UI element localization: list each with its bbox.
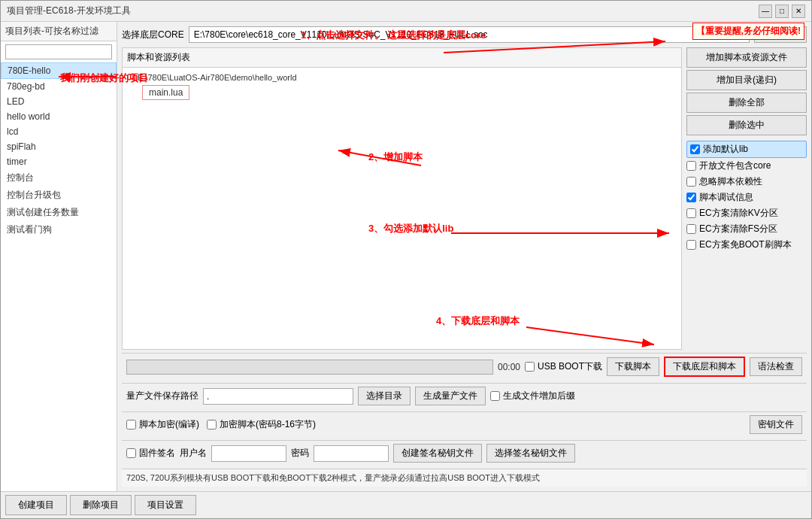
include-file-core-checkbox[interactable] — [686, 161, 696, 171]
project-item-测试看门狗[interactable]: 测试看门狗 — [1, 221, 117, 238]
script-left: 脚本和资源列表 ☐ E:\780E\LuatOS-Air780E\demo\he… — [122, 47, 682, 350]
username-input[interactable] — [211, 445, 286, 462]
mass-path-input[interactable] — [203, 388, 353, 405]
window-title: 项目管理-EC618-开发环境工具 — [7, 5, 131, 17]
mass-path-label: 量产文件保存路径 — [126, 390, 198, 402]
add-dir-button[interactable]: 增加目录(递归) — [686, 70, 807, 90]
footer-note: 720S, 720U系列模块有USB BOOT下载和免BOOT下载2种模式，量产… — [122, 469, 807, 487]
encrypt-compile-checkbox[interactable] — [126, 420, 136, 429]
clear-fs-label: EC方案清除FS分区 — [699, 223, 777, 235]
username-label: 用户名 — [180, 447, 207, 460]
project-item-LED[interactable]: LED — [1, 94, 117, 109]
sign-row: 固件签名 用户名 密码 创建签名秘钥文件 选择签名秘钥文件 — [122, 440, 807, 466]
project-settings-button[interactable]: 项目设置 — [135, 495, 196, 515]
project-item-hello world[interactable]: hello world — [1, 109, 117, 124]
password-input[interactable] — [314, 445, 389, 462]
select-dir-button[interactable]: 选择目录 — [358, 387, 411, 405]
project-list-header: 项目列表-可按名称过滤 — [1, 22, 117, 41]
usb-boot-row: USB BOOT下载 — [525, 359, 602, 375]
select-core-file-button[interactable]: 选择文件 — [754, 26, 807, 43]
script-list-label: 脚本和资源列表 — [123, 48, 681, 68]
tree-folder-path: E:\780E\LuatOS-Air780E\demo\hello_world — [138, 73, 297, 82]
add-suffix-row: 生成文件增加后缀 — [490, 388, 575, 404]
project-item-测试创建任务数量[interactable]: 测试创建任务数量 — [1, 204, 117, 221]
close-button[interactable]: ✕ — [792, 5, 805, 18]
add-script-button[interactable]: 增加脚本或资源文件 — [686, 47, 807, 68]
clear-kv-label: EC方案清除KV分区 — [699, 207, 778, 220]
encrypt-password-label: 加密脚本(密码8-16字节) — [220, 418, 316, 431]
title-bar: 项目管理-EC618-开发环境工具 — □ ✕ — [1, 1, 811, 22]
project-item-控制台升级包[interactable]: 控制台升级包 — [1, 187, 117, 204]
script-right: 增加脚本或资源文件 增加目录(递归) 删除全部 删除选中 添加默认lib 开放文… — [686, 47, 807, 350]
delete-selected-button[interactable]: 删除选中 — [686, 115, 807, 135]
progress-bar — [126, 360, 493, 375]
create-project-button[interactable]: 创建项目 — [5, 495, 67, 515]
tree-folder: ☐ E:\780E\LuatOS-Air780E\demo\hello_worl… — [127, 72, 677, 82]
project-item-780eg-bd[interactable]: 780eg-bd — [1, 79, 117, 94]
core-path-input[interactable] — [189, 26, 750, 43]
maximize-button[interactable]: □ — [775, 5, 789, 18]
ignore-dependency-label: 忽略脚本依赖性 — [699, 175, 762, 188]
search-input[interactable] — [5, 44, 112, 59]
generate-mass-button[interactable]: 生成量产文件 — [415, 387, 486, 405]
script-tree: ☐ E:\780E\LuatOS-Air780E\demo\hello_worl… — [123, 68, 681, 349]
free-boot-flash-checkbox[interactable] — [686, 240, 696, 250]
encrypt-compile-row: 脚本加密(编译) — [126, 417, 199, 432]
usb-boot-checkbox[interactable] — [525, 362, 535, 372]
right-panel: 选择底层CORE 选择文件 脚本和资源列表 ☐ E:\780E\LuatOS-A… — [117, 22, 811, 491]
password-label: 密码 — [291, 447, 309, 460]
ignore-dependency-row: 忽略脚本依赖性 — [686, 174, 807, 190]
tree-children: main.lua — [142, 85, 677, 100]
project-item-spiFlah[interactable]: spiFlah — [1, 139, 117, 154]
bottom-buttons-row: 创建项目 删除项目 项目设置 — [1, 491, 811, 518]
download-script-button[interactable]: 下载脚本 — [607, 357, 659, 376]
add-suffix-checkbox[interactable] — [490, 391, 500, 401]
key-file-button[interactable]: 密钥文件 — [750, 415, 802, 434]
debug-info-row: 脚本调试信息 — [686, 190, 807, 205]
project-item-lcd[interactable]: lcd — [1, 124, 117, 139]
project-item-控制台[interactable]: 控制台 — [1, 169, 117, 187]
title-bar-controls: — □ ✕ — [759, 5, 805, 18]
add-default-lib-checkbox[interactable] — [690, 144, 700, 154]
add-suffix-label: 生成文件增加后缀 — [503, 390, 575, 402]
project-list: 780E-hello780eg-bdLEDhello worldlcdspiFl… — [1, 62, 117, 491]
select-key-button[interactable]: 选择签名秘钥文件 — [486, 444, 575, 463]
delete-all-button[interactable]: 删除全部 — [686, 93, 807, 113]
firmware-sign-row: 固件签名 — [126, 445, 175, 461]
clear-kv-checkbox[interactable] — [686, 208, 696, 218]
include-file-core-row: 开放文件包含core — [686, 158, 807, 174]
encrypt-password-checkbox[interactable] — [207, 420, 217, 429]
free-boot-flash-row: EC方案免BOOT刷脚本 — [686, 237, 807, 253]
core-label: 选择底层CORE — [122, 29, 184, 41]
free-boot-flash-label: EC方案免BOOT刷脚本 — [699, 238, 792, 251]
delete-project-button[interactable]: 删除项目 — [70, 495, 132, 515]
encrypt-password-row: 加密脚本(密码8-16字节) — [207, 417, 316, 432]
main-window: 项目管理-EC618-开发环境工具 — □ ✕ 项目列表-可按名称过滤 780E… — [0, 0, 812, 519]
search-box — [1, 41, 117, 62]
left-panel: 项目列表-可按名称过滤 780E-hello780eg-bdLEDhello w… — [1, 22, 117, 491]
firmware-sign-checkbox[interactable] — [126, 448, 136, 458]
clear-fs-row: EC方案清除FS分区 — [686, 221, 807, 237]
debug-info-label: 脚本调试信息 — [699, 191, 753, 204]
minimize-button[interactable]: — — [759, 5, 772, 18]
add-default-lib-row: 添加默认lib — [686, 141, 807, 158]
include-file-core-label: 开放文件包含core — [699, 159, 771, 172]
clear-fs-checkbox[interactable] — [686, 224, 696, 234]
bottom-bar: 00:00 USB BOOT下载 下载脚本 下载底层和脚本 语法检查 — [122, 353, 807, 380]
progress-area — [126, 360, 493, 375]
script-section: 脚本和资源列表 ☐ E:\780E\LuatOS-Air780E\demo\he… — [122, 47, 807, 350]
syntax-check-button[interactable]: 语法检查 — [750, 357, 802, 376]
core-row: 选择底层CORE 选择文件 — [122, 26, 807, 43]
download-core-script-button[interactable]: 下载底层和脚本 — [664, 357, 745, 377]
debug-info-checkbox[interactable] — [686, 193, 696, 202]
encrypt-compile-label: 脚本加密(编译) — [139, 418, 199, 431]
tree-file-main.lua[interactable]: main.lua — [142, 85, 189, 100]
create-key-button[interactable]: 创建签名秘钥文件 — [393, 444, 482, 463]
add-default-lib-label: 添加默认lib — [703, 143, 748, 156]
main-content: 项目列表-可按名称过滤 780E-hello780eg-bdLEDhello w… — [1, 22, 811, 491]
project-item-timer[interactable]: timer — [1, 154, 117, 169]
mass-row: 量产文件保存路径 选择目录 生成量产文件 生成文件增加后缀 — [122, 383, 807, 408]
ignore-dependency-checkbox[interactable] — [686, 177, 696, 187]
tree-expand-icon: ☐ — [127, 72, 135, 82]
project-item-780E-hello[interactable]: 780E-hello — [1, 62, 117, 79]
